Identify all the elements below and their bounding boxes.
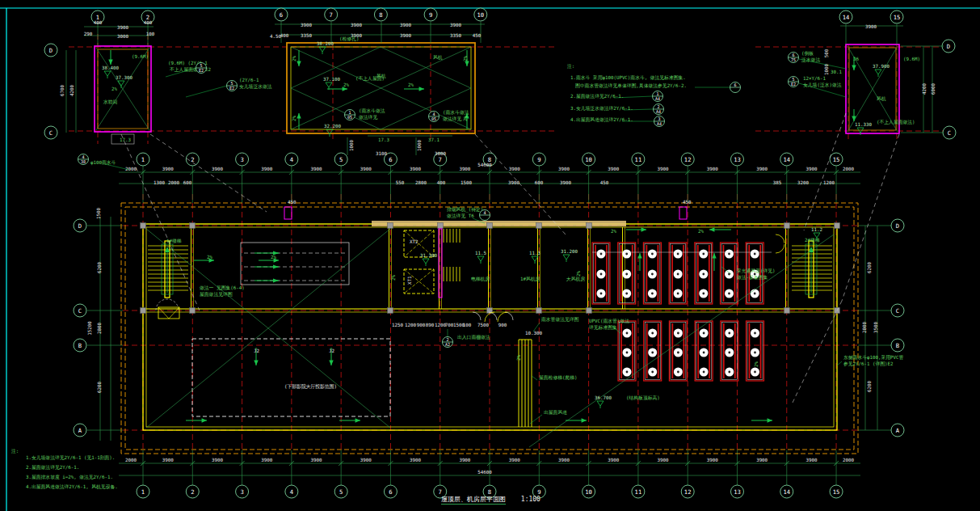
roof-units-upper [592, 243, 772, 304]
callout-sheet: A4 [655, 96, 660, 101]
annotation-text: 3000 [117, 34, 128, 39]
grid-bubble-label: 6 [389, 156, 392, 163]
annotation-text: 3900 [509, 167, 520, 171]
annotation-text: 3900 [400, 23, 411, 27]
annotation-text: 4.50 [270, 34, 281, 39]
callout-number: 5 [792, 77, 794, 82]
elevation-value: 36.700 [595, 395, 612, 400]
annotation-text: 风机 [433, 55, 443, 61]
annotation-text: 3100 [376, 151, 387, 156]
callout-number: 6 [792, 53, 794, 57]
annotation-text: 1000 [417, 140, 422, 151]
annotation-text: (2Y/6-1 [239, 78, 259, 82]
annotation-text: 600 [183, 180, 192, 185]
drawing-title: 屋顶层、机房层平面图 1:100 [441, 495, 540, 504]
annotation-text: 出屋面风道 [544, 409, 567, 416]
annotation-text: 4200 [922, 83, 927, 95]
annotation-text: 泛水做法 [801, 57, 820, 63]
grid-bubble-label: 14 [783, 156, 790, 163]
grid-bubble-label: 3 [240, 156, 243, 163]
callout-sheet: E2 [229, 86, 234, 91]
annotation-text: (雨水斗做法 [359, 108, 385, 114]
annotation-text: 3.屋面排水坡度 i=2%, 做法见2Y/6-1. [26, 474, 113, 480]
annotation-text: 屋面做法见详图 [200, 291, 233, 298]
callout-number: 5 [200, 63, 202, 68]
annotation-text: (结构板顶标高) [626, 395, 660, 401]
annotation-text: 1300 [154, 180, 165, 185]
grid-bubble-label: 4 [290, 156, 293, 163]
drawing-scale: 1:100 [521, 496, 540, 503]
grid-bubble-label: D [896, 222, 899, 230]
annotation-text: 2% [463, 116, 468, 121]
callout-number: 3 [658, 116, 660, 121]
elevation-value: 37.900 [873, 64, 890, 69]
grid-bubble-label: 10 [477, 11, 484, 19]
annotation-text: 1200 [405, 323, 416, 327]
annotation-text: 2#楼梯 [805, 238, 820, 243]
grid-bubble-label: 3 [240, 488, 243, 496]
annotation-text: (下部影院大厅投影范围) [284, 383, 337, 390]
annotation-text: (雨水斗做法 [443, 109, 469, 116]
annotation-text: 2% [207, 255, 212, 260]
page-title: 屋顶层、机房层平面图 [441, 496, 506, 505]
annotation-text: 3900 [459, 458, 470, 462]
grid-bubble-label: A [78, 427, 82, 434]
annotation-text: 10.300 [525, 331, 542, 336]
annotation-text: 雨水管做法见详图 [541, 316, 579, 323]
grid-bubble-label: 2 [191, 156, 194, 163]
annotation-text: 550 [396, 180, 405, 185]
annotation-text: 2% [292, 56, 297, 61]
annotation-text: (倒板 [801, 51, 814, 57]
grid-bubble-label: 9 [537, 156, 540, 163]
annotation-text: 30.1 [831, 70, 842, 74]
roof-plan-drawing: 1122334455667788991010111112121313141415… [0, 0, 980, 511]
annotation-text: 450 [473, 33, 482, 38]
annotation-text: XT1 [407, 276, 412, 285]
annotation-text: 3900 [351, 23, 362, 27]
elevation-value: 38.200 [317, 41, 334, 46]
annotation-text: 2000 [125, 458, 137, 462]
annotation-text: 3900 [212, 458, 223, 462]
annotation-text: 2000 [125, 167, 137, 171]
elevation-value: 11.5 [475, 251, 486, 256]
cad-viewport[interactable]: 1122334455667788991010111112121313141415… [0, 0, 980, 511]
annotation-text: 400 [144, 20, 153, 25]
grid-bubble-label: C [896, 307, 899, 315]
annotation-text: 2% [698, 229, 704, 234]
annotation-text: 女儿墙泛水做法 [239, 84, 272, 90]
grid-bubble-label: 4 [290, 488, 293, 496]
annotation-text: 3900 [360, 167, 372, 171]
grid-bubble-label: 13 [734, 488, 741, 496]
annotation-text: 6200 [867, 381, 872, 392]
annotation-text: 3900 [311, 458, 322, 462]
annotation-text: φ100雨水斗 [90, 159, 116, 166]
annotation-text: J6 [853, 57, 859, 61]
annotation-text: 3900 [410, 167, 421, 171]
grid-bubble-label: 2 [191, 488, 194, 496]
grid-bubble-label: 12 [684, 156, 692, 163]
annotation-text: 2800 [862, 322, 867, 333]
callout-sheet: 05 [347, 115, 352, 120]
annotation-text: 2% [408, 82, 414, 87]
annotation-text: 排烟风机_(待定) [447, 207, 483, 213]
annotation-text: 6200 [867, 262, 872, 273]
annotation-text: J2 [329, 348, 334, 353]
annotation-text: 3000 [435, 151, 446, 156]
callout-number: 2 [657, 104, 659, 109]
callout-sheet: E2 [791, 82, 796, 87]
annotation-text: 3.女儿墙泛水做法详2Y/6-1. [570, 106, 633, 112]
annotation-text: 2% [611, 229, 616, 234]
elevation-value: 31.200 [561, 249, 578, 254]
annotation-text: (不上人屋面做法) [877, 119, 915, 125]
annotation-text: 东侧雨水斗φ100,采用PVC管 [843, 354, 903, 361]
annotation-text: 2000 [843, 458, 854, 462]
grid-bubble-label: 11 [635, 488, 642, 496]
annotation-text: 3900 [311, 167, 322, 171]
annotation-text: 3900 [450, 23, 461, 27]
grid-bubble-label: 1 [141, 156, 145, 163]
grid-bubble-label: 7 [439, 156, 442, 163]
annotation-text: 电梯机房 [471, 277, 490, 282]
annotation-text: 4200 [69, 85, 74, 96]
doors [473, 312, 513, 322]
annotation-text: 3900 [509, 458, 520, 462]
